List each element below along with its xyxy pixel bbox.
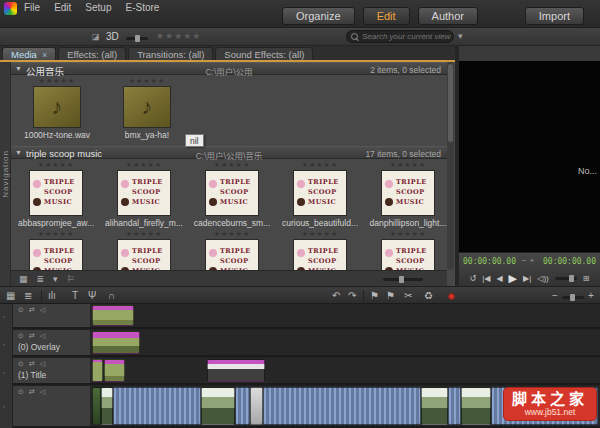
group-header-triple-scoop[interactable]: ▼ triple scoop music C:\用户\公用\音乐 17 item… <box>11 146 447 159</box>
eye-icon[interactable]: ⊙ <box>18 388 24 396</box>
track-lane-overlay[interactable] <box>90 330 600 357</box>
tab-media[interactable]: Media × <box>2 47 56 61</box>
timeline-clip[interactable] <box>201 387 235 425</box>
item-rating-stars[interactable]: ★★★★★ <box>38 230 74 239</box>
timeline-clip[interactable] <box>461 387 491 425</box>
tab-transitions[interactable]: Transitions: (all) <box>128 47 213 61</box>
zoom-out-icon[interactable]: − <box>552 290 558 301</box>
navigation-strip[interactable]: Navigation <box>0 62 11 286</box>
speaker-icon[interactable]: ◁ <box>40 388 45 396</box>
volume-icon[interactable]: ◁)) <box>537 274 548 283</box>
step-back-button[interactable]: ◀ <box>496 274 502 283</box>
media-item[interactable]: ★★★★★ ♪ bmx_ya-ha! <box>104 77 190 140</box>
rating-filter-stars[interactable]: ★★★★★ <box>156 31 201 41</box>
undo-icon[interactable]: ↶ <box>332 290 340 301</box>
track-lock-icon[interactable]: ◦ <box>3 403 5 410</box>
album-cover-thumbnail[interactable]: TRIPLESCOOPMUSIC <box>29 239 83 270</box>
timeline-clip[interactable] <box>263 387 421 425</box>
item-rating-stars[interactable]: ★★★★★ <box>390 161 426 170</box>
search-input[interactable] <box>362 32 473 41</box>
timeline-clip[interactable] <box>448 387 461 425</box>
media-item[interactable]: ★★★★★ ♪ 1000Hz-tone.wav <box>14 77 100 140</box>
tag-icon[interactable]: ⚐ <box>67 274 75 284</box>
fullscreen-button[interactable]: ⊞ <box>583 274 590 283</box>
3d-depth-slider[interactable] <box>126 37 148 40</box>
play-button[interactable]: ▶ <box>509 272 517 285</box>
item-rating-stars[interactable]: ★★★★★ <box>126 161 162 170</box>
media-item[interactable]: ★★★★★ TRIPLESCOOPMUSIC abbaspromjee_aw..… <box>14 161 98 228</box>
preview-monitor[interactable]: No... <box>459 61 600 252</box>
sync-icon[interactable]: ⇄ <box>29 306 35 314</box>
track-header-title[interactable]: ⊙⇄◁ (1) Title <box>13 358 90 385</box>
item-rating-stars[interactable]: ★★★★★ <box>126 230 162 239</box>
storyboard-view-icon[interactable]: ▦ <box>6 290 15 301</box>
speaker-icon[interactable]: ◁ <box>40 332 45 340</box>
media-item[interactable]: ★★★★★ TRIPLESCOOPMUSIC <box>366 230 447 270</box>
razor-split-icon[interactable]: ✂ <box>404 290 412 301</box>
author-mode-button[interactable]: Author <box>418 7 478 25</box>
item-rating-stars[interactable]: ★★★★★ <box>39 77 75 86</box>
media-item[interactable]: ★★★★★ TRIPLESCOOPMUSIC cadenceburns_sm..… <box>190 161 274 228</box>
title-tool-icon[interactable]: T <box>72 290 78 301</box>
album-cover-thumbnail[interactable]: TRIPLESCOOPMUSIC <box>117 170 171 216</box>
album-cover-thumbnail[interactable]: TRIPLESCOOPMUSIC <box>381 170 435 216</box>
speaker-icon[interactable]: ◁ <box>40 360 45 368</box>
timeline-clip[interactable] <box>92 359 103 382</box>
album-cover-thumbnail[interactable]: TRIPLESCOOPMUSIC <box>205 170 259 216</box>
media-item[interactable]: ★★★★★ TRIPLESCOOPMUSIC alihandal_firefly… <box>102 161 186 228</box>
magnet-snap-icon[interactable]: ∩ <box>108 290 115 301</box>
media-item[interactable]: ★★★★★ TRIPLESCOOPMUSIC <box>14 230 98 270</box>
timeline-clip[interactable] <box>235 387 250 425</box>
media-item[interactable]: ★★★★★ TRIPLESCOOPMUSIC curious_beautiful… <box>278 161 362 228</box>
album-cover-thumbnail[interactable]: TRIPLESCOOPMUSIC <box>293 170 347 216</box>
volume-slider[interactable] <box>555 277 577 280</box>
add-marker-icon[interactable]: ⚑ <box>370 290 379 301</box>
marker-list-icon[interactable]: ⚑ <box>386 290 395 301</box>
audio-mixer-icon[interactable]: ılı <box>48 290 56 301</box>
audio-thumbnail[interactable]: ♪ <box>33 86 81 128</box>
list-view-icon[interactable]: ≣ <box>37 274 45 284</box>
media-item[interactable]: ★★★★★ TRIPLESCOOPMUSIC <box>190 230 274 270</box>
go-to-end-button[interactable]: ▶| <box>523 274 531 283</box>
timeline-clip[interactable] <box>101 387 113 425</box>
thumbnail-view-icon[interactable]: ▦ <box>19 274 28 284</box>
tab-effects[interactable]: Effects: (all) <box>58 47 126 61</box>
eye-icon[interactable]: ⊙ <box>18 306 24 314</box>
album-cover-thumbnail[interactable]: TRIPLESCOOPMUSIC <box>117 239 171 270</box>
item-rating-stars[interactable]: ★★★★★ <box>129 77 165 86</box>
track-header-main[interactable]: ⊙⇄◁ <box>13 386 90 428</box>
loop-button[interactable]: ↺ <box>470 274 477 283</box>
timeline-clip[interactable] <box>92 387 101 425</box>
sync-icon[interactable]: ⇄ <box>29 360 35 368</box>
timeline-clip[interactable] <box>113 387 201 425</box>
view-options-chevron-icon[interactable]: ▾ <box>53 274 58 284</box>
edit-mode-button[interactable]: Edit <box>363 7 410 25</box>
timeline-clip[interactable] <box>207 359 265 382</box>
organize-mode-button[interactable]: Organize <box>282 7 355 25</box>
timeline-clip[interactable] <box>92 305 134 326</box>
item-rating-stars[interactable]: ★★★★★ <box>302 230 338 239</box>
timeline-clip[interactable] <box>421 387 448 425</box>
zoom-in-icon[interactable]: + <box>588 290 594 301</box>
record-marker-icon[interactable] <box>448 293 455 300</box>
tab-sound-effects[interactable]: Sound Effects: (all) <box>215 47 313 61</box>
3d-label[interactable]: 3D <box>106 31 119 42</box>
import-button[interactable]: Import <box>525 7 584 25</box>
audio-thumbnail[interactable]: ♪ <box>123 86 171 128</box>
menu-item-setup[interactable]: Setup <box>85 2 111 13</box>
sync-icon[interactable]: ⇄ <box>29 332 35 340</box>
timeline-clip[interactable] <box>250 387 263 425</box>
media-item[interactable]: ★★★★★ TRIPLESCOOPMUSIC danphillipson_lig… <box>366 161 447 228</box>
trash-icon[interactable]: ♻ <box>424 290 433 301</box>
eye-icon[interactable]: ⊙ <box>18 332 24 340</box>
track-lock-icon[interactable]: ◦ <box>3 369 5 376</box>
media-item[interactable]: ★★★★★ TRIPLESCOOPMUSIC <box>102 230 186 270</box>
item-rating-stars[interactable]: ★★★★★ <box>38 161 74 170</box>
eye-icon[interactable]: ⊙ <box>18 360 24 368</box>
media-item[interactable]: ★★★★★ TRIPLESCOOPMUSIC <box>278 230 362 270</box>
track-lock-icon[interactable]: ◦ <box>3 341 5 348</box>
album-cover-thumbnail[interactable]: TRIPLESCOOPMUSIC <box>205 239 259 270</box>
item-rating-stars[interactable]: ★★★★★ <box>302 161 338 170</box>
sync-icon[interactable]: ⇄ <box>29 388 35 396</box>
thumbnail-size-slider[interactable] <box>383 278 423 281</box>
